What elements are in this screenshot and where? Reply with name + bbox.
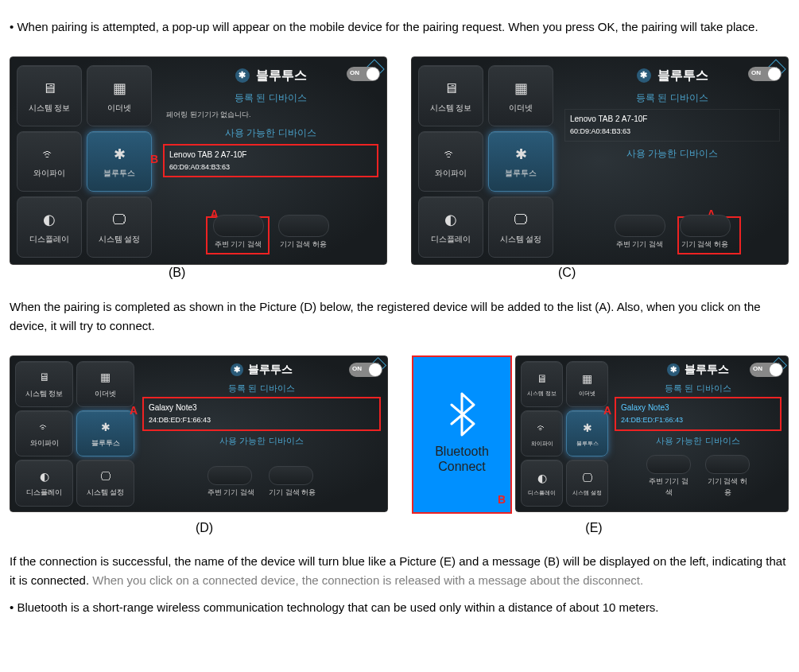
button-allow-discovery[interactable]	[705, 455, 750, 474]
ethernet-icon: ▦	[100, 368, 111, 386]
button-allow-discovery[interactable]	[269, 466, 313, 485]
paragraph-3: If the connection is successful, the nam…	[10, 552, 789, 590]
tile-bluetooth[interactable]: ✱블루투스	[488, 131, 553, 192]
tile-system-settings[interactable]: 🖵시스템 설정	[566, 460, 608, 506]
tile-system-info[interactable]: 🖥시스템 정보	[15, 361, 73, 407]
tile-system-info[interactable]: 🖥시스템 정보	[17, 65, 82, 126]
tile-label: 디스플레이	[29, 233, 69, 246]
button-scan-devices[interactable]	[615, 215, 665, 237]
button-allow-discovery[interactable]	[278, 215, 329, 237]
caption-b: (B)	[10, 262, 399, 283]
bluetooth-toggle[interactable]	[347, 67, 380, 81]
tile-ethernet[interactable]: ▦이더넷	[87, 65, 152, 126]
section-registered: 등록 된 디바이스	[613, 382, 783, 396]
annotation-A: A	[603, 402, 611, 419]
bluetooth-toggle[interactable]	[748, 67, 782, 81]
tile-system-settings[interactable]: 🖵시스템 설정	[76, 460, 134, 506]
tile-bluetooth[interactable]: ✱블루투스	[87, 131, 152, 192]
bluetooth-circle-icon: ✱	[637, 68, 651, 83]
caption-row-bc: (B) (C)	[10, 262, 789, 283]
tile-label: 블루투스	[103, 167, 135, 180]
tile-display[interactable]: ◐디스플레이	[521, 460, 563, 506]
tile-label: 와이파이	[30, 437, 59, 449]
bluetooth-icon: ✱	[515, 143, 527, 166]
device-address: 60:D9:A0:84:B3:63	[169, 161, 372, 173]
settings-icon: 🖵	[582, 469, 593, 487]
tile-label: 시스템 정보	[25, 388, 64, 399]
button-scan-devices[interactable]	[213, 215, 264, 237]
annotation-B: B	[150, 150, 158, 168]
device-name: Lenovo TAB 2 A7-10F	[169, 149, 372, 161]
tile-label: 블루투스	[91, 437, 120, 449]
tile-bluetooth[interactable]: ✱블루투스	[566, 410, 608, 456]
bluetooth-toggle[interactable]	[349, 363, 382, 377]
section-registered: 등록 된 디바이스	[563, 91, 782, 106]
bluetooth-icon: ✱	[114, 143, 126, 166]
paragraph-2: When the pairing is completed as shown i…	[10, 297, 789, 336]
panel-d: ✱ 블루투스 등록 된 디바이스 A Galaxy Note3 24:DB:ED…	[141, 361, 382, 507]
tile-label: 와이파이	[435, 167, 467, 180]
tile-display[interactable]: ◐디스플레이	[17, 196, 82, 258]
tile-label: 시스템 정보	[527, 389, 557, 398]
tile-ethernet[interactable]: ▦이더넷	[566, 361, 608, 407]
tile-label: 시스템 정보	[430, 102, 472, 115]
registered-device-galaxy[interactable]: Galaxy Note3 24:DB:ED:F1:66:43	[142, 397, 381, 430]
tile-bluetooth[interactable]: ✱블루투스	[76, 410, 134, 456]
tile-label: 이더넷	[579, 389, 595, 398]
button-allow-discovery[interactable]	[680, 215, 731, 237]
bluetooth-toggle[interactable]	[750, 363, 783, 377]
no-paired-text: 페어링 된기기가 없습니다.	[166, 109, 375, 120]
caption-e: (E)	[399, 518, 789, 538]
tile-ethernet[interactable]: ▦이더넷	[488, 65, 553, 126]
tile-label: 이더넷	[107, 102, 131, 115]
tile-label: 이더넷	[95, 388, 116, 399]
section-available: 사용 가능한 디바이스	[161, 126, 380, 141]
bluetooth-circle-icon: ✱	[667, 363, 680, 376]
tile-system-settings[interactable]: 🖵시스템 설정	[488, 196, 553, 258]
tile-wifi[interactable]: ᯤ와이파이	[15, 410, 73, 456]
display-icon: ◐	[40, 468, 49, 485]
tile-system-settings[interactable]: 🖵시스템 설정	[87, 196, 152, 258]
tile-wifi[interactable]: ᯤ와이파이	[521, 410, 563, 456]
display-icon: ◐	[444, 208, 457, 231]
tile-label: 블루투스	[505, 167, 537, 180]
tile-label: 시스템 설정	[87, 487, 125, 498]
caption-c: (C)	[399, 262, 789, 283]
tile-wifi[interactable]: ᯤ와이파이	[418, 131, 483, 192]
panel-c: ✱ 블루투스 등록 된 디바이스 Lenovo TAB 2 A7-10F 60:…	[563, 65, 782, 258]
panel-header: ✱ 블루투스	[563, 65, 782, 86]
panel-title: 블루투스	[685, 360, 729, 378]
tile-system-info[interactable]: 🖥시스템 정보	[418, 65, 483, 126]
tile-wifi[interactable]: ᯤ와이파이	[17, 131, 82, 192]
bluetooth-circle-icon: ✱	[235, 68, 250, 83]
available-device-lenovo[interactable]: Lenovo TAB 2 A7-10F 60:D9:A0:84:B3:63	[163, 144, 378, 177]
connected-device-galaxy[interactable]: Galaxy Note3 24:DB:ED:F1:66:43	[615, 397, 782, 430]
tile-label: 이더넷	[509, 102, 533, 115]
panel-b: ✱ 블루투스 등록 된 디바이스 페어링 된기기가 없습니다. 사용 가능한 디…	[161, 65, 380, 258]
bottom-buttons-e: 주변 기기 검색 기기 검색 허용	[613, 472, 783, 503]
registered-device-lenovo[interactable]: Lenovo TAB 2 A7-10F 60:D9:A0:84:B3:63	[564, 109, 780, 141]
tile-display[interactable]: ◐디스플레이	[15, 460, 73, 506]
wifi-icon: ᯤ	[537, 419, 548, 437]
device-address: 24:DB:ED:F1:66:43	[149, 414, 374, 425]
device-address: 60:D9:A0:84:B3:63	[570, 126, 774, 137]
paragraph-1: • When pairing is attempted, a pop-up wi…	[10, 17, 789, 37]
sidebar-e: 🖥시스템 정보 ▦이더넷 ᯤ와이파이 ✱블루투스 ◐디스플레이 🖵시스템 설정	[521, 361, 608, 507]
tile-label: 디스플레이	[431, 233, 471, 246]
panel-header: ✱ 블루투스	[141, 361, 382, 379]
device-name: Galaxy Note3	[149, 402, 374, 414]
device-name: Galaxy Note3	[621, 402, 775, 414]
settings-icon: 🖵	[514, 208, 528, 231]
bottom-buttons-d: 주변 기기 검색 기기 검색 허용	[141, 472, 382, 503]
tile-display[interactable]: ◐디스플레이	[418, 196, 483, 258]
device-address: 24:DB:ED:F1:66:43	[621, 414, 775, 425]
button-scan-devices[interactable]	[646, 455, 691, 474]
tile-label: 디스플레이	[26, 487, 62, 498]
section-available: 사용 가능한 디바이스	[613, 434, 783, 449]
bluetooth-circle-icon: ✱	[231, 363, 243, 376]
tile-ethernet[interactable]: ▦이더넷	[76, 361, 134, 407]
tile-system-info[interactable]: 🖥시스템 정보	[521, 361, 563, 407]
button-scan-devices[interactable]	[208, 466, 252, 485]
monitor-icon: 🖥	[537, 370, 548, 387]
tile-label: 블루투스	[576, 439, 599, 448]
